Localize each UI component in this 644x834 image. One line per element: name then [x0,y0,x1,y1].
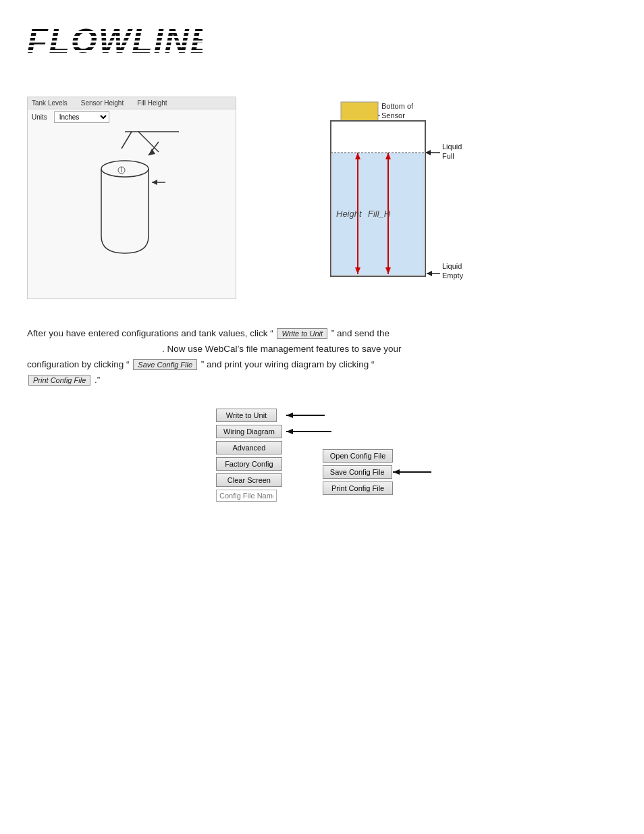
save-config-file-button[interactable]: Save Config File [323,465,392,479]
config-file-name-row [216,490,282,502]
svg-marker-42 [286,429,293,434]
paragraph-line4-after: .” [95,375,100,385]
wiring-arrow-svg [281,426,338,437]
tank-levels-label: Tank Levels [32,99,68,107]
save-arrow [387,467,438,477]
write-arrow-svg [281,410,331,421]
write-arrow [281,410,331,421]
write-to-unit-row: Write to Unit [216,409,282,422]
wiring-arrow [281,426,338,437]
left-diagram: Tank Levels Sensor Height Fill Height Un… [27,97,236,299]
paragraph-line2: . Now use WebCal’s file management featu… [27,344,401,354]
height-diagram-svg: Bottom of Sensor Liquid Full Liquid Empt… [263,97,493,299]
flowline-logo: FLOWLINE [27,19,203,56]
factory-config-button[interactable]: Factory Config [216,457,282,471]
sensor-height-label: Sensor Height [81,99,124,107]
save-config-file-row: Save Config File [323,465,394,479]
button-group-1: Write to Unit Wiring Diagram [216,409,282,502]
write-to-unit-button[interactable]: Write to Unit [216,409,277,422]
logo-area: FLOWLINE [0,0,644,70]
units-label: Units [32,113,47,121]
wiring-diagram-button[interactable]: Wiring Diagram [216,425,282,438]
paragraph-line1-before: After you have entered configurations an… [27,328,273,338]
right-diagram: Bottom of Sensor Liquid Full Liquid Empt… [263,97,617,299]
open-config-file-button[interactable]: Open Config File [323,449,394,463]
svg-line-6 [122,132,132,149]
paragraph-write-to-unit-ref: Write to Unit [277,328,327,339]
svg-text:Liquid: Liquid [442,142,462,151]
svg-marker-8 [149,149,155,155]
svg-marker-29 [427,271,432,276]
advanced-button[interactable]: Advanced [216,441,282,454]
svg-rect-16 [341,102,378,121]
clear-screen-button[interactable]: Clear Screen [216,473,282,487]
paragraph-line4-button-ref: Print Config File [28,375,90,386]
save-arrow-svg [387,467,438,477]
paragraph-area: After you have entered configurations an… [27,326,617,388]
wiring-diagram-row: Wiring Diagram [216,425,282,438]
svg-marker-15 [152,180,157,185]
tank-ui-header: Tank Levels Sensor Height Fill Height [28,97,236,109]
svg-text:Empty: Empty [442,271,464,280]
print-config-file-button[interactable]: Print Config File [323,481,394,495]
config-file-name-input[interactable] [216,490,277,502]
svg-text:Liquid: Liquid [442,262,462,270]
svg-text:Full: Full [442,152,454,160]
paragraph-save-config-ref: Save Config File [133,359,197,370]
svg-line-5 [138,132,159,152]
svg-marker-44 [393,469,400,475]
svg-marker-40 [286,413,293,418]
button-group-2: Open Config File Save Config File Print … [323,449,394,502]
svg-marker-23 [425,150,431,155]
paragraph-line3-before: configuration by clicking “ [27,359,130,369]
svg-text:Height: Height [336,209,363,219]
svg-text:Sensor: Sensor [381,111,405,120]
fill-height-label: Fill Height [137,99,167,107]
diagrams-row: Tank Levels Sensor Height Fill Height Un… [27,97,617,299]
tank-drawing-area [28,125,236,273]
tank-svg [71,128,192,270]
svg-text:Fill_H: Fill_H [368,209,391,219]
svg-rect-3 [27,19,203,56]
content-area: Tank Levels Sensor Height Fill Height Un… [0,70,644,529]
units-select[interactable]: Inches Centimeters Feet Meters [54,111,109,123]
paragraph-line1-after: ” and send the [331,328,390,338]
paragraph-line3-after: ” and print your wiring diagram by click… [201,359,375,369]
buttons-section: Write to Unit Wiring Diagram [27,409,617,502]
svg-text:Bottom of: Bottom of [381,102,414,110]
tank-ui-subheader: Units Inches Centimeters Feet Meters [28,109,236,125]
